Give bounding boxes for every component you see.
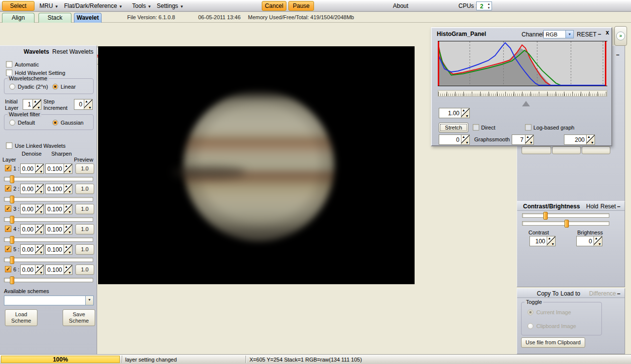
load-to-button[interactable]: Load to bbox=[561, 290, 580, 297]
reset-wavelets-button[interactable]: Reset Wavelets bbox=[52, 48, 94, 55]
spinner-buttons-icon[interactable]: ▲▼ bbox=[64, 204, 72, 214]
sharpen-value[interactable] bbox=[45, 244, 64, 255]
direct-checkbox[interactable] bbox=[473, 124, 479, 131]
histogram-high-stepper[interactable]: ▲▼ bbox=[564, 134, 595, 145]
layer-slider[interactable] bbox=[4, 258, 93, 262]
expand-sidebar-button[interactable]: » bbox=[614, 26, 627, 46]
spinner-buttons-icon[interactable]: ▲▼ bbox=[461, 134, 470, 145]
preview-button[interactable]: 1.0 bbox=[75, 224, 94, 234]
histogram-plot[interactable] bbox=[438, 41, 607, 86]
minimize-button[interactable]: – bbox=[616, 292, 622, 298]
histogram-low-stepper[interactable]: ▲▼ bbox=[439, 134, 470, 145]
sharpen-value[interactable] bbox=[45, 204, 64, 214]
slider-handle[interactable] bbox=[10, 256, 14, 264]
histogram-low-value[interactable] bbox=[439, 134, 461, 145]
menu-settings[interactable]: Settings ▼ bbox=[157, 2, 184, 10]
chevron-down-icon[interactable]: ▼ bbox=[85, 296, 93, 305]
menu-flat-dark-reference[interactable]: Flat/Dark/Reference ▼ bbox=[64, 2, 123, 10]
sharpen-value[interactable] bbox=[45, 164, 64, 174]
slider-handle[interactable] bbox=[10, 236, 14, 244]
spinner-buttons-icon[interactable]: ▲▼ bbox=[547, 236, 556, 246]
tab-stack[interactable]: Stack bbox=[38, 13, 71, 23]
brightness-stepper[interactable]: ▲▼ bbox=[576, 236, 602, 246]
denoise-stepper[interactable]: ▲▼ bbox=[20, 244, 44, 255]
spinner-buttons-icon[interactable]: ▲▼ bbox=[64, 184, 72, 194]
layer-slider[interactable] bbox=[4, 237, 93, 242]
gamma-value[interactable] bbox=[439, 108, 461, 118]
linear-radio[interactable] bbox=[52, 84, 58, 90]
obscured-button[interactable] bbox=[582, 146, 610, 154]
denoise-value[interactable] bbox=[20, 224, 35, 234]
preview-button[interactable]: 1.0 bbox=[75, 244, 94, 255]
spinner-buttons-icon[interactable]: ▲▼ bbox=[35, 265, 44, 275]
spinner-arrows-icon[interactable]: ▲▼ bbox=[487, 2, 491, 10]
denoise-value[interactable] bbox=[20, 265, 35, 275]
clipboard-image-radio[interactable] bbox=[527, 323, 533, 329]
menu-tools[interactable]: Tools ▼ bbox=[132, 2, 151, 10]
save-scheme-button[interactable]: Save Scheme bbox=[63, 309, 95, 326]
slider-handle[interactable] bbox=[10, 276, 14, 284]
use-file-from-clipboard-button[interactable]: Use file from Clipboard bbox=[521, 337, 585, 348]
histogram-high-value[interactable] bbox=[564, 134, 587, 145]
layer-enable-checkbox[interactable] bbox=[5, 185, 11, 192]
cpus-stepper[interactable]: 2 ▲▼ bbox=[476, 1, 492, 10]
slider-handle[interactable] bbox=[10, 216, 14, 224]
pause-button[interactable]: Pause bbox=[288, 1, 314, 11]
layer-enable-checkbox[interactable] bbox=[5, 246, 11, 252]
dyadic-radio[interactable] bbox=[9, 84, 15, 90]
spinner-buttons-icon[interactable]: ▲▼ bbox=[594, 236, 602, 246]
contrast-value[interactable] bbox=[529, 236, 547, 246]
select-button[interactable]: Select bbox=[2, 1, 35, 11]
spinner-buttons-icon[interactable]: ▲▼ bbox=[64, 164, 72, 174]
sharpen-stepper[interactable]: ▲▼ bbox=[45, 164, 72, 174]
layer-enable-checkbox[interactable] bbox=[5, 266, 11, 272]
initial-layer-value[interactable] bbox=[23, 99, 33, 110]
denoise-value[interactable] bbox=[20, 204, 35, 214]
preview-button[interactable]: 1.0 bbox=[75, 204, 94, 214]
automatic-checkbox[interactable] bbox=[6, 61, 12, 67]
spinner-buttons-icon[interactable]: ▲▼ bbox=[35, 204, 44, 214]
step-increment-value[interactable] bbox=[74, 99, 84, 110]
menu-mru[interactable]: MRU ▼ bbox=[39, 2, 59, 10]
sharpen-stepper[interactable]: ▲▼ bbox=[45, 265, 72, 275]
minimize-button[interactable]: – bbox=[615, 53, 621, 59]
tab-wavelet[interactable]: Wavelet bbox=[74, 13, 102, 23]
spinner-buttons-icon[interactable]: ▲▼ bbox=[35, 164, 44, 174]
spinner-buttons-icon[interactable]: ▲▼ bbox=[64, 244, 72, 255]
current-image-radio[interactable] bbox=[527, 309, 533, 315]
contrast-stepper[interactable]: ▲▼ bbox=[529, 236, 556, 246]
spinner-buttons-icon[interactable]: ▲▼ bbox=[526, 134, 534, 145]
layer-enable-checkbox[interactable] bbox=[5, 226, 11, 232]
layer-slider[interactable] bbox=[4, 217, 93, 222]
sharpen-value[interactable] bbox=[45, 184, 64, 194]
spinner-buttons-icon[interactable]: ▲▼ bbox=[64, 265, 72, 275]
denoise-stepper[interactable]: ▲▼ bbox=[20, 224, 44, 234]
contrast-slider[interactable] bbox=[522, 213, 609, 218]
denoise-stepper[interactable]: ▲▼ bbox=[20, 204, 44, 214]
sharpen-value[interactable] bbox=[45, 265, 64, 275]
copy-to-button[interactable]: Copy To bbox=[537, 290, 559, 297]
menu-about[interactable]: About bbox=[393, 2, 408, 10]
reset-button[interactable]: Reset bbox=[600, 203, 616, 210]
slider-handle[interactable] bbox=[543, 212, 548, 220]
spinner-buttons-icon[interactable]: ▲▼ bbox=[84, 99, 93, 110]
preview-button[interactable]: 1.0 bbox=[75, 184, 94, 194]
layer-enable-checkbox[interactable] bbox=[5, 205, 11, 212]
graphssmooth-value[interactable] bbox=[512, 134, 526, 145]
spinner-buttons-icon[interactable]: ▲▼ bbox=[33, 99, 41, 110]
layer-slider[interactable] bbox=[4, 177, 93, 181]
layer-slider[interactable] bbox=[4, 197, 93, 201]
denoise-value[interactable] bbox=[20, 184, 35, 194]
spinner-buttons-icon[interactable]: ▲▼ bbox=[587, 134, 595, 145]
gamma-stepper[interactable]: ▲▼ bbox=[439, 108, 470, 118]
histogram-ruler[interactable] bbox=[438, 90, 607, 97]
denoise-value[interactable] bbox=[20, 164, 35, 174]
histogram-marker-triangle-icon[interactable] bbox=[522, 101, 530, 106]
step-increment-stepper[interactable]: ▲▼ bbox=[74, 99, 93, 110]
initial-layer-stepper[interactable]: ▲▼ bbox=[23, 99, 41, 110]
denoise-stepper[interactable]: ▲▼ bbox=[20, 184, 44, 194]
brightness-slider[interactable] bbox=[522, 221, 609, 226]
sharpen-stepper[interactable]: ▲▼ bbox=[45, 224, 72, 234]
histogram-reset-button[interactable]: RESET bbox=[577, 31, 596, 38]
difference-button[interactable]: Difference bbox=[589, 290, 616, 297]
